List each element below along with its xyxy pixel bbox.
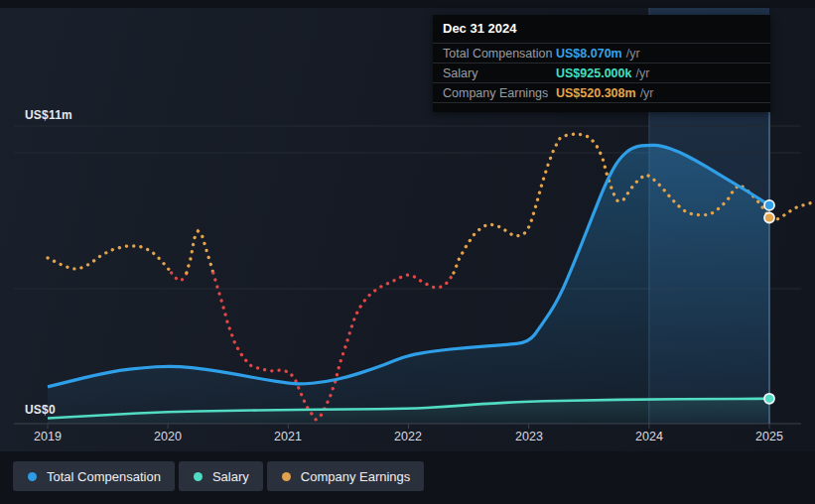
total-compensation-dot-icon [28, 472, 37, 481]
total-compensation-area [48, 145, 769, 424]
tooltip-row-company-earnings: Company Earnings US$520.308m /yr [433, 82, 770, 102]
legend-label: Salary [212, 469, 249, 484]
x-tick-2020: 2020 [154, 430, 182, 443]
company-earnings-dot-icon [282, 472, 291, 481]
x-tick-2024: 2024 [635, 430, 663, 443]
legend-item-company-earnings[interactable]: Company Earnings [267, 461, 425, 491]
tooltip-date: Dec 31 2024 [433, 15, 770, 43]
company-earnings-marker[interactable] [764, 213, 774, 223]
x-tick-2019: 2019 [34, 430, 62, 443]
x-tick-2022: 2022 [394, 430, 422, 443]
x-tick-2021: 2021 [274, 430, 302, 443]
tooltip-row-salary: Salary US$925.000k /yr [433, 63, 770, 82]
legend: Total Compensation Salary Company Earnin… [13, 461, 424, 491]
salary-marker[interactable] [764, 394, 774, 404]
total-compensation-marker[interactable] [764, 200, 774, 210]
tooltip-row-total-compensation: Total Compensation US$8.070m /yr [433, 43, 770, 63]
x-tick-2025: 2025 [755, 430, 783, 443]
legend-item-salary[interactable]: Salary [179, 461, 263, 491]
legend-item-total-compensation[interactable]: Total Compensation [13, 461, 175, 491]
legend-label: Total Compensation [47, 469, 161, 484]
compensation-chart-card: US$11m US$0 2019 2020 2021 2022 2023 202… [0, 0, 815, 504]
y-axis-zero-label: US$0 [25, 403, 56, 417]
legend-label: Company Earnings [301, 469, 411, 484]
salary-dot-icon [194, 472, 203, 481]
hover-tooltip: Dec 31 2024 Total Compensation US$8.070m… [433, 15, 770, 112]
x-tick-2023: 2023 [515, 430, 543, 443]
tooltip-footer-spacer [433, 102, 770, 112]
y-axis-max-label: US$11m [25, 108, 72, 122]
